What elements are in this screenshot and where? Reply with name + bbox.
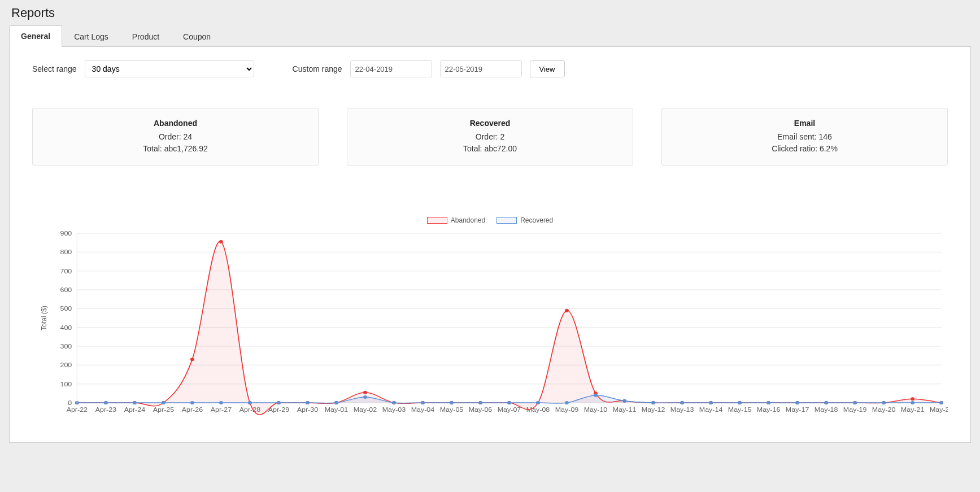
- stat-total: Total: abc1,726.92: [38, 143, 312, 155]
- svg-text:Apr-26: Apr-26: [182, 406, 203, 413]
- legend-swatch-icon: [496, 217, 517, 224]
- svg-text:300: 300: [60, 343, 72, 350]
- svg-point-86: [162, 401, 165, 404]
- svg-point-104: [680, 401, 684, 404]
- stat-sent: Email sent: 146: [668, 131, 942, 143]
- svg-point-56: [190, 358, 194, 361]
- stat-order: Order: 2: [353, 131, 627, 143]
- svg-point-92: [334, 401, 338, 404]
- svg-text:Apr-23: Apr-23: [95, 406, 117, 413]
- tab-product[interactable]: Product: [120, 26, 171, 47]
- svg-point-102: [622, 399, 626, 403]
- svg-point-84: [104, 401, 108, 404]
- stat-ratio: Clicked ratio: 6.2%: [668, 143, 942, 155]
- tab-coupon[interactable]: Coupon: [171, 26, 223, 47]
- svg-point-108: [795, 401, 799, 404]
- svg-point-101: [594, 394, 598, 397]
- svg-text:May-14: May-14: [699, 406, 723, 413]
- svg-point-111: [882, 401, 886, 404]
- svg-text:May-21: May-21: [901, 406, 925, 413]
- svg-text:400: 400: [60, 324, 72, 330]
- svg-text:May-01: May-01: [325, 406, 349, 413]
- svg-text:May-05: May-05: [440, 406, 464, 413]
- svg-text:May-16: May-16: [757, 406, 781, 413]
- legend-swatch-icon: [427, 217, 447, 224]
- svg-point-105: [709, 401, 713, 404]
- svg-point-100: [565, 401, 569, 404]
- svg-point-89: [248, 401, 252, 404]
- svg-text:Apr-24: Apr-24: [124, 406, 146, 413]
- svg-text:May-17: May-17: [786, 406, 809, 413]
- svg-point-106: [738, 401, 742, 404]
- svg-text:800: 800: [60, 249, 72, 255]
- svg-text:May-04: May-04: [411, 406, 435, 413]
- svg-text:Apr-25: Apr-25: [153, 406, 175, 413]
- svg-text:Apr-22: Apr-22: [67, 406, 88, 413]
- svg-text:700: 700: [60, 267, 72, 274]
- stat-title: Recovered: [353, 119, 627, 128]
- legend-item-abandoned[interactable]: Abandoned: [427, 216, 485, 224]
- svg-text:May-02: May-02: [354, 406, 377, 413]
- stat-card-abandoned: Abandoned Order: 24 Total: abc1,726.92: [32, 108, 319, 166]
- svg-text:May-18: May-18: [815, 406, 838, 413]
- date-to-input[interactable]: [440, 60, 522, 77]
- page-title: Reports: [9, 6, 971, 20]
- svg-text:900: 900: [60, 230, 72, 237]
- svg-text:Total ($): Total ($): [39, 306, 48, 330]
- svg-point-87: [190, 401, 194, 404]
- svg-point-62: [363, 391, 367, 394]
- svg-point-103: [651, 401, 655, 404]
- svg-text:May-03: May-03: [382, 406, 406, 413]
- svg-point-110: [853, 401, 857, 404]
- svg-point-109: [824, 401, 828, 404]
- svg-text:May-20: May-20: [872, 406, 896, 413]
- svg-text:May-11: May-11: [613, 406, 637, 413]
- stat-card-recovered: Recovered Order: 2 Total: abc72.00: [347, 108, 633, 166]
- svg-point-57: [219, 240, 223, 243]
- select-range-dropdown[interactable]: 30 days: [85, 60, 254, 77]
- svg-text:0: 0: [68, 399, 72, 406]
- tabs: GeneralCart LogsProductCoupon: [9, 25, 971, 47]
- chart-container: Abandoned Recovered 01002003004005006007…: [32, 216, 948, 420]
- date-from-input[interactable]: [350, 60, 432, 77]
- svg-point-95: [421, 401, 425, 404]
- svg-text:May-15: May-15: [728, 406, 752, 413]
- stat-order: Order: 24: [38, 131, 312, 143]
- stat-title: Abandoned: [38, 119, 312, 128]
- legend-label: Abandoned: [451, 216, 485, 224]
- svg-point-85: [133, 401, 137, 404]
- svg-text:Apr-27: Apr-27: [211, 406, 232, 413]
- svg-point-99: [536, 401, 540, 404]
- svg-point-90: [277, 401, 281, 404]
- svg-point-88: [219, 401, 223, 404]
- svg-text:Apr-30: Apr-30: [297, 406, 319, 413]
- controls-row: Select range 30 days Custom range View: [32, 60, 948, 77]
- svg-point-94: [392, 401, 396, 404]
- svg-point-93: [363, 395, 367, 399]
- svg-point-98: [507, 401, 511, 404]
- svg-text:500: 500: [60, 305, 72, 312]
- svg-text:May-10: May-10: [584, 406, 608, 413]
- svg-text:May-09: May-09: [555, 406, 579, 413]
- svg-point-107: [766, 401, 770, 404]
- svg-text:600: 600: [60, 286, 72, 293]
- tab-cart-logs[interactable]: Cart Logs: [62, 26, 120, 47]
- stat-card-email: Email Email sent: 146 Clicked ratio: 6.2…: [661, 108, 948, 166]
- area-chart: 0100200300400500600700800900Total ($)Apr…: [32, 228, 948, 420]
- svg-text:May-06: May-06: [469, 406, 493, 413]
- svg-point-69: [565, 309, 569, 312]
- svg-text:May-12: May-12: [642, 406, 665, 413]
- view-button[interactable]: View: [530, 60, 565, 77]
- svg-text:May-19: May-19: [843, 406, 867, 413]
- svg-text:200: 200: [60, 362, 72, 368]
- stat-title: Email: [668, 119, 942, 128]
- svg-point-112: [911, 401, 914, 404]
- stat-cards: Abandoned Order: 24 Total: abc1,726.92 R…: [32, 108, 948, 166]
- report-panel: Select range 30 days Custom range View A…: [9, 47, 971, 443]
- legend-item-recovered[interactable]: Recovered: [496, 216, 553, 224]
- select-range-label: Select range: [32, 64, 77, 73]
- tab-general[interactable]: General: [9, 25, 62, 47]
- chart-legend: Abandoned Recovered: [32, 216, 948, 224]
- svg-point-97: [478, 401, 482, 404]
- legend-label: Recovered: [520, 216, 553, 224]
